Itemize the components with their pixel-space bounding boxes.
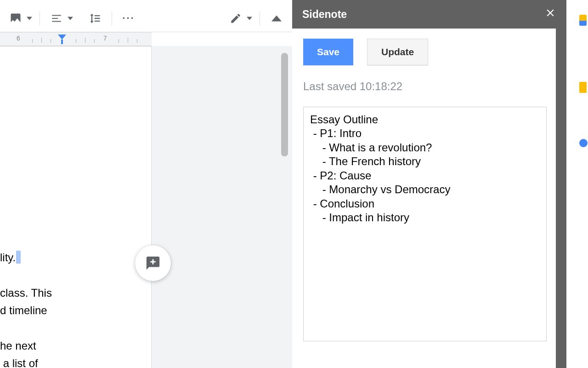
sidepanel-scrollbar[interactable] xyxy=(556,29,566,368)
add-comment-button[interactable] xyxy=(135,245,171,281)
caret-down-icon[interactable] xyxy=(27,16,32,21)
ruler-number: 7 xyxy=(103,34,107,42)
toolbar: ··· xyxy=(0,5,292,32)
document-text[interactable]: lity. class. This d timeline he next a l… xyxy=(0,249,151,368)
close-button[interactable] xyxy=(544,7,556,22)
sidenote-body: Save Update Last saved 10:18:22 xyxy=(292,29,566,368)
sidenote-panel: Sidenote Save Update Last saved 10:18:22 xyxy=(292,0,566,368)
save-button[interactable]: Save xyxy=(303,39,353,65)
document-page[interactable]: lity. class. This d timeline he next a l… xyxy=(0,46,152,368)
text-selection xyxy=(16,251,21,264)
editing-mode-button[interactable] xyxy=(226,9,245,28)
scrollbar-thumb[interactable] xyxy=(281,53,288,156)
indent-marker-icon[interactable] xyxy=(58,34,66,40)
indent-stem[interactable] xyxy=(61,40,63,44)
close-icon xyxy=(544,7,556,19)
addon-icon[interactable] xyxy=(579,82,587,93)
caret-down-icon[interactable] xyxy=(68,16,73,21)
more-button[interactable]: ··· xyxy=(119,9,138,28)
collapse-menus-button[interactable] xyxy=(267,9,286,28)
ruler-number: 6 xyxy=(17,34,20,42)
right-addons-rail xyxy=(577,0,588,368)
comment-plus-icon xyxy=(145,255,161,271)
line-spacing-button[interactable] xyxy=(86,9,104,28)
addon-icon[interactable] xyxy=(579,15,587,26)
update-button[interactable]: Update xyxy=(367,39,428,65)
note-textarea[interactable] xyxy=(303,107,547,341)
caret-down-icon[interactable] xyxy=(247,16,252,21)
align-button[interactable] xyxy=(47,9,66,28)
insert-image-button[interactable] xyxy=(6,9,25,28)
sidenote-header: Sidenote xyxy=(292,0,566,29)
last-saved-status: Last saved 10:18:22 xyxy=(303,80,555,93)
addon-icon[interactable] xyxy=(579,139,588,147)
sidenote-title: Sidenote xyxy=(302,8,347,21)
ruler[interactable]: 6 7 xyxy=(0,32,152,46)
